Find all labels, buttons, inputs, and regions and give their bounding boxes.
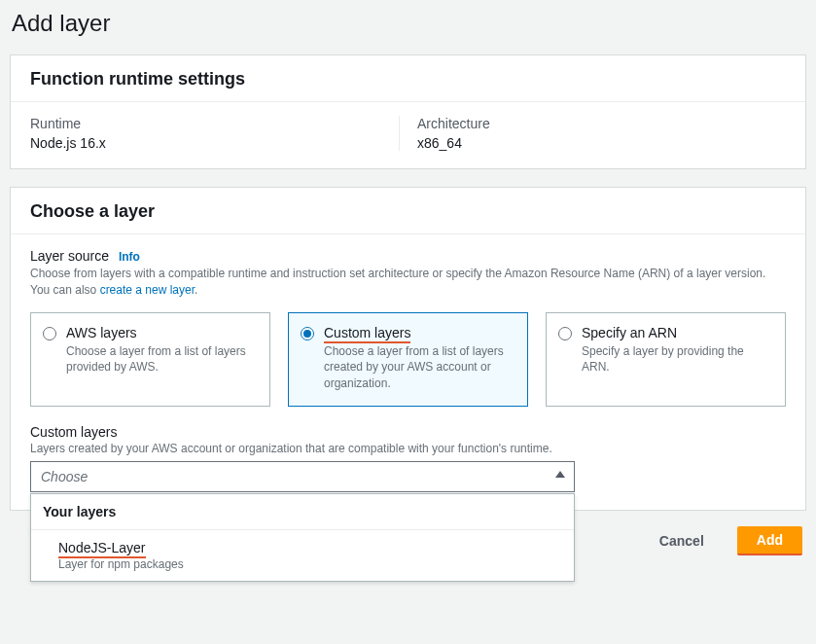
custom-layers-label: Custom layers (30, 424, 786, 440)
dropdown-item-title: NodeJS-Layer (58, 540, 562, 555)
runtime-settings-panel: Function runtime settings Runtime Node.j… (10, 54, 806, 169)
tile-aws-desc: Choose a layer from a list of layers pro… (66, 343, 258, 376)
tile-custom-desc: Choose a layer from a list of layers cre… (324, 343, 515, 392)
tile-specify-arn[interactable]: Specify an ARN Specify a layer by provid… (546, 312, 786, 407)
create-new-layer-link[interactable]: create a new layer (100, 283, 195, 297)
custom-layers-dropdown: Your layers NodeJS-Layer Layer for npm p… (30, 493, 575, 582)
tile-custom-title: Custom layers (324, 325, 515, 340)
layer-source-help: Choose from layers with a compatible run… (30, 266, 786, 299)
radio-icon (301, 327, 314, 340)
dropdown-item-desc: Layer for npm packages (58, 557, 562, 571)
architecture-label: Architecture (417, 116, 782, 131)
tile-arn-title: Specify an ARN (582, 325, 773, 340)
runtime-panel-header: Function runtime settings (11, 55, 805, 101)
select-placeholder: Choose (41, 469, 88, 484)
cancel-button[interactable]: Cancel (640, 526, 724, 555)
dropdown-group-header: Your layers (31, 494, 574, 530)
radio-icon (43, 327, 56, 340)
custom-layers-select[interactable]: Choose (30, 461, 575, 492)
add-button[interactable]: Add (737, 526, 802, 555)
tile-aws-title: AWS layers (66, 325, 258, 340)
caret-up-icon (555, 471, 565, 478)
info-link[interactable]: Info (119, 250, 140, 264)
choose-panel-header: Choose a layer (11, 188, 805, 233)
tile-arn-desc: Specify a layer by providing the ARN. (582, 343, 773, 376)
runtime-value: Node.js 16.x (30, 135, 395, 151)
tile-aws-layers[interactable]: AWS layers Choose a layer from a list of… (30, 312, 270, 407)
page-title: Add layer (12, 10, 806, 37)
runtime-label: Runtime (30, 116, 395, 131)
choose-layer-panel: Choose a layer Layer source Info Choose … (10, 187, 806, 511)
custom-layers-help: Layers created by your AWS account or or… (30, 442, 786, 455)
dropdown-item-nodejs-layer[interactable]: NodeJS-Layer Layer for npm packages (31, 530, 574, 581)
layer-source-label: Layer source (30, 248, 109, 264)
tile-custom-layers[interactable]: Custom layers Choose a layer from a list… (288, 312, 528, 407)
radio-icon (558, 327, 572, 340)
architecture-value: x86_64 (417, 135, 782, 151)
